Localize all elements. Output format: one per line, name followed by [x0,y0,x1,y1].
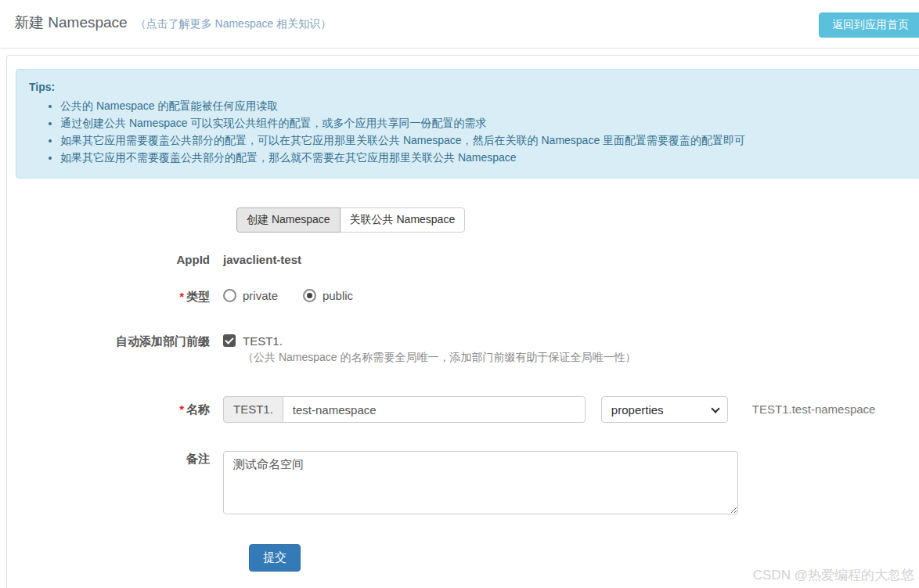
name-row: *名称 TEST1. properties TEST1.test-namespa… [7,396,919,423]
page-title-text: 新建 Namespace [14,14,128,31]
back-to-app-home-button[interactable]: 返回到应用首页 [819,13,919,38]
full-namespace-preview: TEST1.test-namespace [752,396,876,423]
namespace-name-input[interactable] [283,396,586,423]
prefix-label: 自动添加部门前缀 [7,334,223,349]
submit-row: 提交 [249,544,919,572]
required-asterisk: * [179,290,184,303]
namespace-docs-link[interactable]: （点击了解更多 Namespace 相关知识） [135,17,331,30]
type-row: *类型 private public [7,289,919,305]
format-select[interactable]: properties [601,396,728,423]
name-label: *名称 [7,396,223,423]
type-options: private public [223,289,375,305]
radio-selected-icon[interactable] [303,289,316,302]
comment-label: 备注 [7,451,223,467]
submit-button[interactable]: 提交 [249,544,301,572]
radio-type-private[interactable]: private [223,289,278,302]
tab-create-namespace[interactable]: 创建 Namespace [236,207,341,233]
appid-value: javaclient-test [223,252,301,268]
tips-item: 通过创建公共 Namespace 可以实现公共组件的配置，或多个应用共享同一份配… [60,115,907,132]
prefix-hint: （公共 Namespace 的名称需要全局唯一，添加部门前缀有助于保证全局唯一性… [223,351,636,365]
tips-item: 如果其它应用不需要覆盖公共部分的配置，那么就不需要在其它应用那里关联公共 Nam… [60,150,907,166]
radio-label: private [243,289,278,302]
tips-alert: Tips: 公共的 Namespace 的配置能被任何应用读取 通过创建公共 N… [16,69,919,179]
tips-heading: Tips: [29,79,907,96]
comment-row: 备注 测试命名空间 [7,451,919,514]
tips-item: 公共的 Namespace 的配置能被任何应用读取 [60,98,907,114]
page-title: 新建 Namespace（点击了解更多 Namespace 相关知识） [14,13,331,33]
create-namespace-panel: Tips: 公共的 Namespace 的配置能被任何应用读取 通过创建公共 N… [6,55,919,588]
tips-list: 公共的 Namespace 的配置能被任何应用读取 通过创建公共 Namespa… [29,98,907,166]
appid-label: AppId [7,252,223,268]
prefix-checkbox-label: TEST1. [243,334,283,348]
prefix-checkbox-checked-icon[interactable] [223,334,236,347]
tips-item: 如果其它应用需要覆盖公共部分的配置，可以在其它应用那里关联公共 Namespac… [60,132,907,149]
namespace-mode-tabs: 创建 Namespace 关联公共 Namespace [236,207,919,233]
name-controls: TEST1. properties TEST1.test-namespace [223,396,875,423]
radio-type-public[interactable]: public [303,289,353,302]
name-input-group: TEST1. [223,396,586,423]
radio-icon[interactable] [223,289,236,302]
format-select-wrap: properties [601,396,728,423]
prefix-row: 自动添加部门前缀 TEST1. （公共 Namespace 的名称需要全局唯一，… [7,334,919,365]
tab-link-public-namespace[interactable]: 关联公共 Namespace [340,207,466,233]
name-prefix-addon: TEST1. [223,396,283,423]
radio-label: public [323,289,353,302]
comment-textarea[interactable]: 测试命名空间 [223,451,738,514]
appid-row: AppId javaclient-test [7,252,919,268]
type-label: *类型 [7,289,223,305]
prefix-control: TEST1. （公共 Namespace 的名称需要全局唯一，添加部门前缀有助于… [223,334,636,365]
page-header: 新建 Namespace（点击了解更多 Namespace 相关知识） 返回到应… [0,0,919,49]
required-asterisk: * [179,402,184,416]
